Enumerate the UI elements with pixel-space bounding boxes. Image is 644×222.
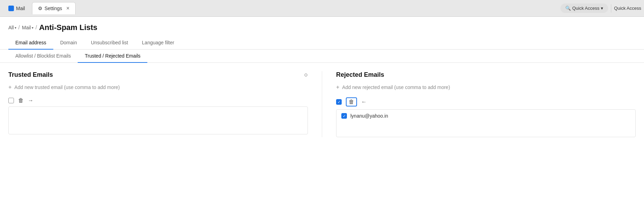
page-title: Anti-Spam Lists [39, 23, 97, 32]
add-rejected-placeholder: Add new rejected email (use comma to add… [342, 84, 450, 90]
quick-access-label-1: Quick Access [572, 6, 599, 11]
trusted-delete-button[interactable]: 🗑 [18, 97, 24, 104]
tab-bar: Mail ⚙ Settings × 🔍 Quick Access ▾ Quick… [0, 0, 644, 17]
rejected-emails-column: Rejected Emails + Add new rejected email… [322, 71, 636, 137]
rejected-email-address: lynanu@yahoo.in [350, 113, 388, 119]
trusted-emails-column: Trusted Emails ○ + Add new trusted email… [8, 71, 322, 137]
gear-icon: ⚙ [38, 6, 42, 11]
settings-tab-label: Settings [45, 6, 62, 11]
chevron-down-icon: ▾ [32, 26, 33, 30]
trusted-emails-title: Trusted Emails [8, 71, 53, 79]
tab-bar-right: 🔍 Quick Access ▾ Quick Access [560, 3, 641, 13]
chevron-down-icon: ▾ [15, 26, 16, 30]
trusted-emails-header: Trusted Emails ○ [8, 71, 308, 79]
trusted-select-all-checkbox[interactable] [8, 98, 14, 103]
tab-language[interactable]: Language filter [135, 36, 181, 50]
search-icon: 🔍 [565, 6, 571, 11]
list-item[interactable]: lynanu@yahoo.in [336, 110, 635, 122]
tab-allowlist[interactable]: Allowlist / Blocklist Emails [8, 50, 78, 63]
trusted-email-list [8, 106, 308, 134]
rejected-item-checkbox[interactable] [341, 113, 347, 119]
tab-domain[interactable]: Domain [53, 36, 84, 50]
mail-icon [8, 6, 14, 11]
main-content: All ▾ / Mail ▾ / Anti-Spam Lists Email a… [0, 17, 644, 222]
breadcrumb-mail[interactable]: Mail ▾ [22, 25, 33, 30]
chevron-down-icon: ▾ [601, 6, 603, 11]
tab-mail[interactable]: Mail [3, 3, 31, 14]
add-icon: + [8, 84, 11, 90]
rejected-arrow-left-button[interactable]: ← [361, 99, 367, 105]
rejected-emails-title: Rejected Emails [336, 71, 384, 79]
breadcrumb-sep-1: / [18, 24, 20, 31]
add-rejected-email-row[interactable]: + Add new rejected email (use comma to a… [336, 84, 636, 90]
rejected-delete-button[interactable]: 🗑 [346, 97, 357, 106]
rejected-select-all-checkbox[interactable] [336, 99, 342, 105]
mail-tab-label: Mail [16, 6, 25, 11]
tab-unsubscribed[interactable]: Unsubscribed list [84, 36, 135, 50]
breadcrumb-all[interactable]: All ▾ [8, 25, 16, 30]
close-tab-button[interactable]: × [66, 5, 69, 12]
tab-trusted-rejected[interactable]: Trusted / Rejected Emails [78, 50, 147, 63]
trusted-search-button[interactable]: ○ [304, 71, 308, 79]
quick-access-button[interactable]: 🔍 Quick Access ▾ [560, 3, 608, 13]
trusted-arrow-right-button[interactable]: → [28, 97, 33, 104]
breadcrumb-sep-2: / [36, 24, 37, 31]
rejected-email-list: lynanu@yahoo.in [336, 109, 636, 137]
tab-email-address[interactable]: Email address [8, 36, 53, 50]
add-trusted-email-row[interactable]: + Add new trusted email (use comma to ad… [8, 84, 308, 90]
add-trusted-placeholder: Add new trusted email (use comma to add … [14, 84, 120, 90]
divider [611, 4, 611, 13]
trusted-toolbar: 🗑 → [8, 97, 308, 104]
tab-settings[interactable]: ⚙ Settings × [32, 2, 76, 14]
add-icon: + [336, 84, 339, 90]
rejected-toolbar: 🗑 ← [336, 97, 636, 106]
rejected-emails-header: Rejected Emails [336, 71, 636, 79]
breadcrumb: All ▾ / Mail ▾ / Anti-Spam Lists [0, 17, 644, 36]
quick-access-label-2[interactable]: Quick Access [614, 6, 641, 11]
columns: Trusted Emails ○ + Add new trusted email… [0, 63, 644, 137]
primary-tabs: Email address Domain Unsubscribed list L… [0, 36, 644, 50]
secondary-tabs: Allowlist / Blocklist Emails Trusted / R… [0, 50, 644, 63]
tab-bar-left: Mail ⚙ Settings × [3, 2, 76, 14]
